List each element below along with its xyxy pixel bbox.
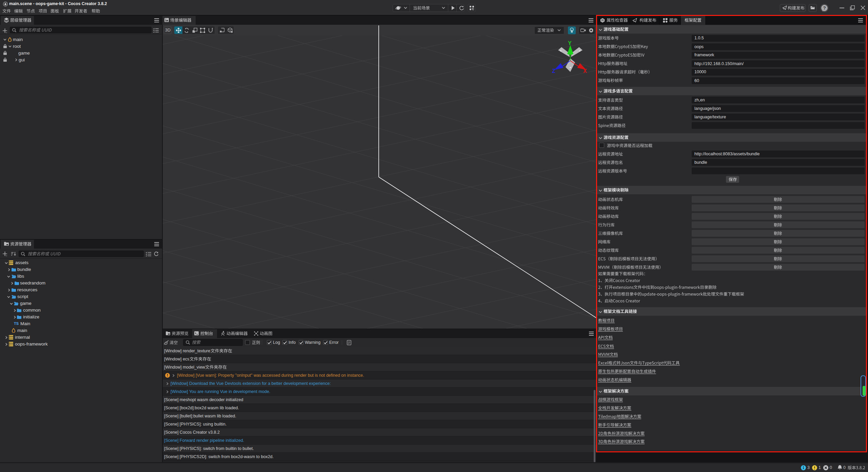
svg-text:?: ? — [823, 5, 826, 11]
svg-text:Z: Z — [552, 68, 555, 74]
svg-text:Y: Y — [568, 40, 572, 46]
